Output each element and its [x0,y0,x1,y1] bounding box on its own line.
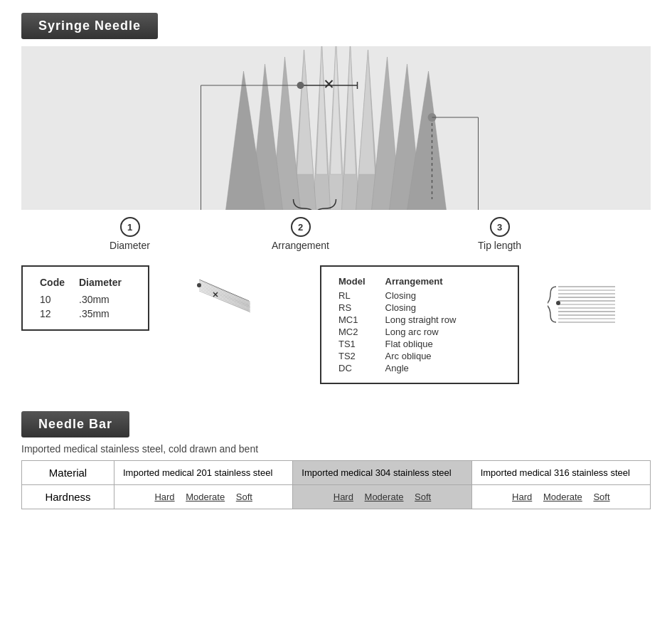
code-header: Code [37,275,76,292]
model-rs: RS [336,302,383,314]
hardness-304-moderate[interactable]: Moderate [365,492,404,502]
needle-diagram-svg [21,46,651,210]
arr-long-straight: Long straight row [383,314,474,326]
label-circle-1: 1 [120,217,140,237]
material-table: Material Imported medical 201 stainless … [21,460,651,509]
hardness-row-header: Hardness [22,485,114,509]
diameter-header: Diameter [76,275,133,292]
label-circle-3: 3 [490,217,510,237]
model-ts1: TS1 [336,338,383,350]
labels-row: 1 Diameter 2 Arrangement 3 Tip length [21,217,651,251]
hardness-201: Hard Moderate Soft [114,485,293,509]
diameter-row-1: .30mm [76,292,133,307]
needle-diagram [21,46,651,210]
material-table-wrap: Material Imported medical 201 stainless … [21,460,651,509]
svg-marker-7 [297,50,314,174]
svg-marker-34 [199,282,250,304]
needle-group-small-2 [548,272,619,336]
needle-group-small [178,280,263,322]
material-row: Material Imported medical 201 stainless … [22,461,651,485]
syringe-needle-title: Syringe Needle [21,13,158,39]
material-row-header: Material [22,461,114,485]
svg-marker-5 [345,46,356,174]
hardness-201-hard[interactable]: Hard [154,492,174,502]
arr-flat-oblique: Flat oblique [383,338,474,350]
svg-marker-37 [199,287,250,308]
hardness-316: Hard Moderate Soft [471,485,650,509]
svg-line-32 [199,280,249,301]
svg-point-43 [197,283,201,287]
svg-marker-36 [199,285,250,307]
svg-point-23 [297,82,304,89]
needle-bar-section: Needle Bar Imported medical stainless st… [0,398,672,509]
model-mc2: MC2 [336,326,383,338]
hardness-304-hard[interactable]: Hard [334,492,353,502]
arr-long-arc: Long arc row [383,326,474,338]
hardness-row: Hardness Hard Moderate Soft Hard Moderat… [22,485,651,509]
arr-closing-1: Closing [383,290,474,302]
material-201: Imported medical 201 stainless steel [114,461,293,485]
hardness-201-moderate[interactable]: Moderate [186,492,225,502]
model-header: Model [336,275,383,290]
model-arrangement-table: Model Arrangement RLClosing RSClosing MC… [320,265,519,384]
svg-marker-35 [199,284,250,305]
syringe-needle-section: Syringe Needle [0,0,672,384]
svg-marker-1 [331,46,342,174]
hardness-304-soft[interactable]: Soft [415,492,431,502]
code-row-2: 12 [37,307,76,321]
arr-closing-2: Closing [383,302,474,314]
hardness-316-soft[interactable]: Soft [593,492,609,502]
hardness-201-soft[interactable]: Soft [236,492,252,502]
arr-angle: Angle [383,362,474,374]
material-304: Imported medical 304 stainless steel [293,461,471,485]
diameter-row-2: .35mm [76,307,133,321]
label-text-1: Diameter [110,240,150,251]
hardness-316-moderate[interactable]: Moderate [543,492,582,502]
needle-bar-title: Needle Bar [21,411,129,437]
svg-marker-3 [316,46,328,174]
label-text-3: Tip length [478,240,521,251]
svg-point-55 [556,301,560,305]
svg-marker-33 [199,281,250,302]
material-316: Imported medical 316 stainless steel [471,461,650,485]
code-row-1: 10 [37,292,76,307]
hardness-316-hard[interactable]: Hard [512,492,532,502]
label-text-2: Arrangement [272,240,329,251]
arrangement-header: Arrangement [383,275,474,290]
hardness-304: Hard Moderate Soft [293,485,471,509]
arr-arc-oblique: Arc oblique [383,350,474,362]
model-dc: DC [336,362,383,374]
label-circle-2: 2 [291,217,311,237]
tables-row: Code Diameter 10 .30mm 12 .35mm [21,265,651,384]
model-mc1: MC1 [336,314,383,326]
model-ts2: TS2 [336,350,383,362]
model-rl: RL [336,290,383,302]
svg-marker-9 [359,50,375,174]
needle-bar-description: Imported medical stainless steel, cold d… [21,443,651,455]
code-diameter-table: Code Diameter 10 .30mm 12 .35mm [21,265,149,331]
